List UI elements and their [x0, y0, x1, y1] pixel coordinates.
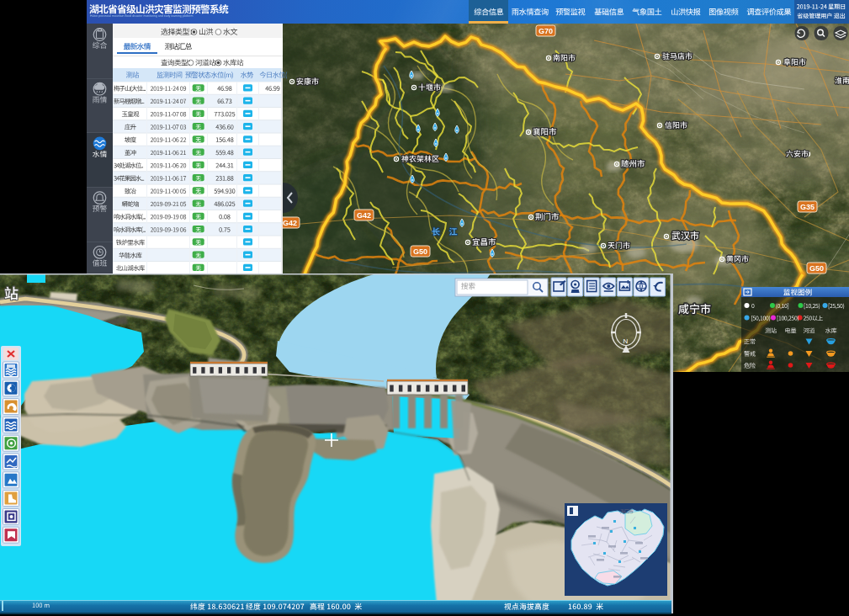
svg-text:G35: G35: [800, 203, 815, 211]
svg-text:G70: G70: [539, 27, 553, 35]
svg-text:G42: G42: [283, 219, 297, 227]
svg-text:G42: G42: [357, 211, 371, 220]
svg-text:G50: G50: [809, 264, 824, 273]
svg-text:N: N: [623, 337, 629, 345]
svg-text:G50: G50: [413, 247, 427, 256]
